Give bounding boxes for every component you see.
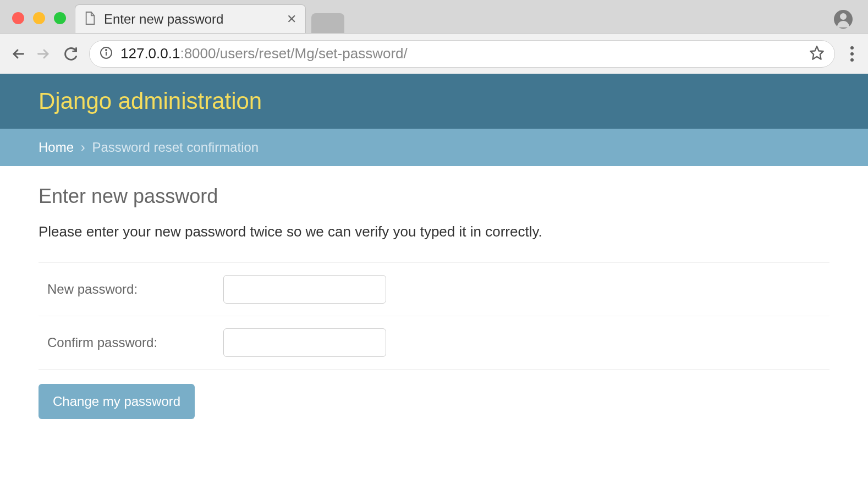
svg-point-4 (106, 50, 107, 51)
forward-button[interactable] (36, 46, 52, 62)
breadcrumb-home-link[interactable]: Home (39, 140, 74, 155)
svg-marker-5 (810, 46, 823, 59)
content: Enter new password Please enter your new… (0, 166, 868, 438)
confirm-password-input[interactable] (223, 328, 386, 357)
breadcrumb: Home › Password reset confirmation (0, 129, 868, 166)
change-password-button[interactable]: Change my password (39, 384, 195, 419)
browser-toolbar: 127.0.0.1:8000/users/reset/Mg/set-passwo… (0, 33, 868, 74)
url-text: 127.0.0.1:8000/users/reset/Mg/set-passwo… (120, 45, 801, 62)
reload-button[interactable] (63, 46, 78, 62)
window-minimize-button[interactable] (33, 12, 45, 24)
site-header: Django administration (0, 74, 868, 129)
tab-title: Enter new password (104, 12, 279, 27)
window-close-button[interactable] (12, 12, 24, 24)
new-password-input[interactable] (223, 275, 386, 304)
new-tab-button[interactable] (311, 13, 344, 33)
browser-menu-button[interactable] (846, 46, 858, 62)
instruction-text: Please enter your new password twice so … (39, 223, 829, 240)
site-info-icon[interactable] (100, 46, 113, 62)
confirm-password-label: Confirm password: (47, 335, 223, 350)
bookmark-star-icon[interactable] (809, 45, 825, 63)
page-title: Enter new password (39, 185, 829, 208)
tab-strip: Enter new password ✕ (0, 0, 868, 33)
breadcrumb-separator: › (81, 140, 85, 155)
new-password-label: New password: (47, 282, 223, 297)
site-title: Django administration (39, 88, 829, 114)
account-icon[interactable] (834, 10, 853, 29)
browser-tab-active[interactable]: Enter new password ✕ (75, 4, 306, 33)
back-button[interactable] (10, 46, 25, 62)
url-bar[interactable]: 127.0.0.1:8000/users/reset/Mg/set-passwo… (89, 40, 835, 68)
breadcrumb-current: Password reset confirmation (92, 140, 259, 155)
form-row-confirm-password: Confirm password: (39, 316, 829, 370)
tab-close-icon[interactable]: ✕ (287, 12, 296, 26)
window-controls (12, 12, 66, 24)
browser-chrome: Enter new password ✕ (0, 0, 868, 74)
file-icon (84, 11, 96, 28)
form-row-new-password: New password: (39, 262, 829, 316)
window-maximize-button[interactable] (54, 12, 66, 24)
